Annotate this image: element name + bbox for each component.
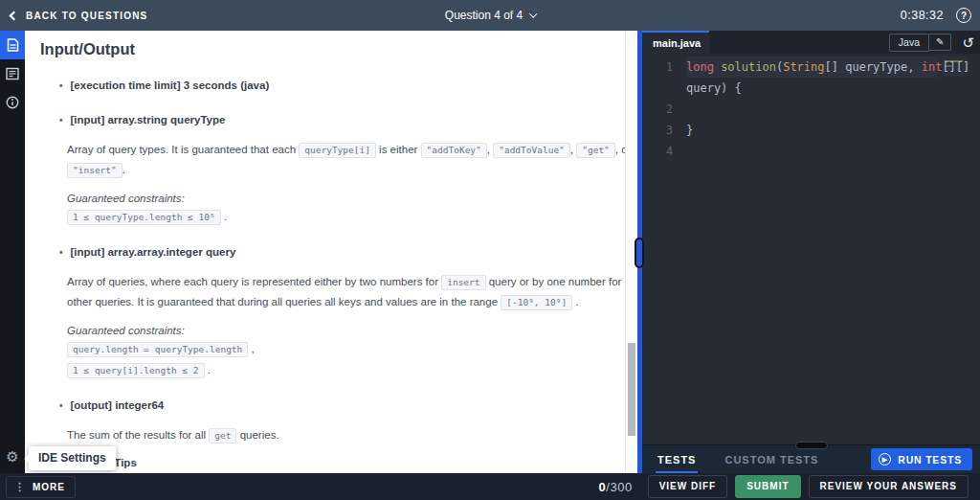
code-line[interactable]: query) {: [642, 78, 980, 99]
pencil-icon: ✎: [936, 36, 944, 47]
doc-chiprow: 1 ≤ queryType.length ≤ 10⁵ .: [67, 209, 615, 225]
doc-em: Guaranteed constraints:: [67, 325, 615, 336]
reset-icon: ↺: [962, 34, 974, 51]
editor-tab-bar: main.java Java ✎ ↺: [642, 31, 980, 54]
task-description-panel: Input/Output •[execution time limit] 3 s…: [25, 31, 626, 473]
doc-bullet: •[input] array.string queryType: [59, 114, 615, 127]
inline-code-chip: "addToKey": [421, 143, 487, 158]
text-segment: Array of queries, where each query is re…: [67, 276, 441, 287]
edit-language-button[interactable]: ✎: [929, 34, 951, 51]
back-to-questions-button[interactable]: BACK TO QUESTIONS: [11, 11, 147, 21]
code-line[interactable]: 3}: [642, 120, 980, 141]
view-diff-button[interactable]: VIEW DIFF: [648, 475, 728, 498]
editor-controls: Java ✎ ↺: [889, 31, 980, 54]
inline-code-chip: query.length = queryType.length: [67, 342, 248, 357]
line-number: [642, 78, 673, 99]
line-number: 3: [642, 120, 673, 141]
line-number: 2: [642, 99, 673, 120]
scrollbar-thumb[interactable]: [628, 343, 635, 436]
language-selector[interactable]: Java: [889, 34, 929, 52]
inline-code-chip: 1 ≤ query[i].length ≤ 2: [67, 363, 205, 378]
question-selector[interactable]: Question 4 of 4: [445, 9, 535, 22]
code-line[interactable]: 1long solution(String[] queryType, int[]…: [642, 57, 980, 78]
code-line[interactable]: 2: [642, 99, 980, 120]
app-window: BACK TO QUESTIONS Question 4 of 4 0:38:3…: [0, 0, 980, 500]
code-text: long solution(String[] queryType, int[][…: [673, 57, 969, 78]
sidebar-item-output[interactable]: [0, 59, 25, 88]
ide-settings-button[interactable]: ⚙: [0, 448, 25, 466]
doc-em: Guaranteed constraints:: [67, 193, 615, 204]
score-total: /300: [606, 480, 632, 494]
inline-code-chip: "insert": [67, 163, 122, 178]
sidebar-item-info[interactable]: [0, 88, 25, 117]
submit-button[interactable]: SUBMIT: [735, 475, 800, 498]
inline-code-chip: [-10⁹, 10⁹]: [501, 295, 572, 310]
more-label: MORE: [33, 482, 65, 492]
more-button[interactable]: ⋮ MORE: [6, 476, 76, 498]
line-number: 1: [642, 57, 673, 78]
doc-para: Array of queries, where each query is re…: [67, 272, 626, 312]
code-editor[interactable]: 1long solution(String[] queryType, int[]…: [642, 54, 980, 444]
inline-code-chip: get: [209, 428, 236, 443]
bullet-marker: •: [59, 399, 63, 413]
code-text: }: [673, 120, 693, 141]
text-segment: .: [572, 296, 578, 307]
doc-chiprow: query.length = queryType.length ,: [67, 341, 615, 357]
tab-main-java[interactable]: main.java: [642, 31, 709, 54]
code-text: [673, 99, 686, 120]
help-icon[interactable]: ?: [956, 8, 971, 23]
doc-para: Array of query types. It is guaranteed t…: [67, 140, 626, 180]
chevron-down-icon: [529, 10, 537, 17]
text-segment: .: [122, 164, 125, 175]
tab-tests[interactable]: TESTS: [656, 446, 698, 473]
code-line[interactable]: 4: [642, 141, 980, 162]
bullet-marker: •: [59, 80, 63, 93]
play-icon: ▶: [879, 453, 891, 466]
bullet-marker: •: [59, 114, 63, 127]
timer: 0:38:32: [901, 9, 944, 22]
doc-bullet: •[input] array.array.integer query: [59, 246, 615, 260]
code-text: query) {: [673, 78, 742, 99]
list-icon: [6, 67, 19, 80]
tests-panel-handle[interactable]: [795, 442, 828, 449]
score-display: 0/300: [599, 480, 633, 494]
doc-para: The sum of the results for all get queri…: [67, 425, 626, 445]
doc-bullet: •[output] integer64: [59, 399, 615, 413]
text-segment: .: [221, 211, 227, 222]
top-bar: BACK TO QUESTIONS Question 4 of 4 0:38:3…: [0, 0, 980, 31]
doc-body: •[execution time limit] 3 seconds (java)…: [40, 80, 615, 473]
vertical-ellipsis-icon: ⋮: [14, 481, 26, 493]
left-sidebar: ⚙: [0, 31, 25, 473]
code-text: [673, 141, 686, 162]
sidebar-item-description[interactable]: [0, 31, 25, 59]
panel-splitter[interactable]: [637, 31, 642, 473]
editor-panel: main.java Java ✎ ↺ 1long solution(String…: [642, 31, 980, 473]
line-number: 4: [642, 141, 673, 162]
inline-code-chip: insert: [441, 275, 485, 290]
bullet-marker: •: [59, 246, 63, 260]
text-segment: Array of query types. It is guaranteed t…: [67, 144, 299, 155]
inline-code-chip: "addToValue": [493, 143, 570, 158]
doc-h2: [Java] Syntax Tips: [40, 457, 615, 468]
run-tests-button[interactable]: ▶ RUN TESTS: [871, 448, 972, 470]
back-to-questions-label: BACK TO QUESTIONS: [26, 11, 147, 21]
ide-settings-tooltip: IDE Settings: [29, 446, 116, 470]
doc-bullet: •[execution time limit] 3 seconds (java): [59, 80, 615, 93]
inline-code-chip: 1 ≤ queryType.length ≤ 10⁵: [67, 210, 221, 225]
tests-bar: TESTS CUSTOM TESTS ▶ RUN TESTS: [642, 444, 980, 473]
doc-title: Input/Output: [40, 40, 615, 58]
document-icon: [7, 38, 19, 52]
review-answers-button[interactable]: REVIEW YOUR ANSWERS: [809, 475, 969, 498]
footer-bar: ⋮ MORE 0/300 VIEW DIFF SUBMIT REVIEW YOU…: [0, 473, 980, 500]
text-segment: The sum of the results for all: [67, 429, 209, 441]
text-segment: .: [205, 364, 211, 375]
splitter-handle[interactable]: [635, 238, 644, 268]
chevron-left-icon: [10, 11, 19, 20]
run-tests-label: RUN TESTS: [898, 454, 962, 466]
tab-custom-tests[interactable]: CUSTOM TESTS: [723, 446, 820, 473]
inline-code-chip: "get": [576, 143, 615, 158]
gear-icon: ⚙: [6, 448, 18, 465]
doc-chiprow: 1 ≤ query[i].length ≤ 2 .: [67, 362, 615, 378]
reset-code-button[interactable]: ↺: [962, 35, 974, 50]
inline-code-chip: queryType[i]: [299, 143, 376, 158]
